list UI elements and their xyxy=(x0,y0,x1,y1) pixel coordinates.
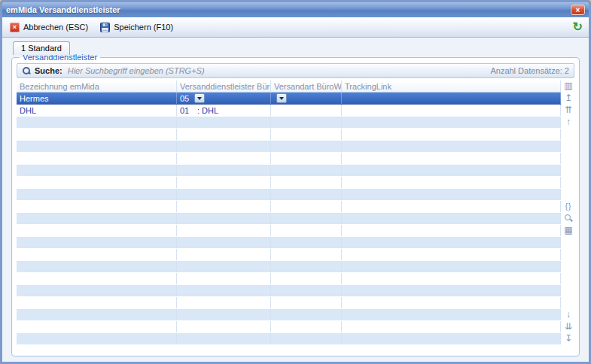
table-cell-empty xyxy=(342,213,561,224)
table-cell-empty xyxy=(271,237,342,248)
cancel-button[interactable]: × Abbrechen (ESC) xyxy=(6,20,95,35)
cell-dienstleister: 05 xyxy=(177,93,271,104)
column-header-dienstleister[interactable]: Versanddienstleister BüroWARE xyxy=(177,80,271,92)
search-input[interactable] xyxy=(66,65,487,76)
page-up-icon[interactable]: ⇈ xyxy=(563,105,574,115)
table-cell-empty xyxy=(271,177,342,188)
table-row-empty[interactable] xyxy=(17,153,561,165)
titlebar[interactable]: emMida Versanddienstleister × xyxy=(2,2,589,17)
table-cell-empty xyxy=(177,213,271,224)
search-icon xyxy=(22,66,31,75)
table-cell-empty xyxy=(177,273,271,284)
table-cell-empty xyxy=(17,189,177,200)
table-cell-empty xyxy=(342,285,561,296)
table-row-empty[interactable] xyxy=(17,333,561,345)
table-row-empty[interactable] xyxy=(17,225,561,237)
table-cell-empty xyxy=(177,249,271,260)
table-cell-empty xyxy=(177,261,271,272)
table-cell-empty xyxy=(177,129,271,140)
table-row-empty[interactable] xyxy=(17,165,561,177)
table-row-empty[interactable] xyxy=(17,189,561,201)
table-row-hermes[interactable]: Hermes 05 xyxy=(17,93,561,105)
save-button-label: Speichern (F10) xyxy=(114,23,173,32)
table-cell-empty xyxy=(177,201,271,212)
table-row-empty[interactable] xyxy=(17,249,561,261)
table-row-empty[interactable] xyxy=(17,117,561,129)
column-header-bezeichnung[interactable]: Bezeichnung emMida xyxy=(17,80,177,92)
window-title: emMida Versanddienstleister xyxy=(6,5,571,14)
table-cell-empty xyxy=(17,249,177,260)
dienstleister-name: : DHL xyxy=(197,106,218,115)
side-toolbar-top-group: ▥↥⇈↑ xyxy=(563,80,574,127)
table-cell-empty xyxy=(17,309,177,320)
table-cell-empty xyxy=(342,165,561,176)
zoom-icon[interactable] xyxy=(563,213,574,223)
table-row-empty[interactable] xyxy=(17,285,561,297)
table-cell-empty xyxy=(17,333,177,344)
table-cell-empty xyxy=(17,225,177,236)
close-button[interactable]: × xyxy=(571,5,585,15)
table-cell-empty xyxy=(342,117,561,128)
table-cell-empty xyxy=(17,177,177,188)
table-cell-empty xyxy=(17,165,177,176)
table-row-empty[interactable] xyxy=(17,237,561,249)
dienstleister-dropdown[interactable] xyxy=(194,93,205,103)
table-cell-empty xyxy=(177,117,271,128)
table-row-empty[interactable] xyxy=(17,309,561,321)
scroll-top-icon[interactable]: ↥ xyxy=(563,93,574,103)
row-down-icon[interactable]: ↓ xyxy=(563,309,574,320)
table-cell-empty xyxy=(177,321,271,332)
table-row-empty[interactable] xyxy=(17,261,561,273)
table-row-empty[interactable] xyxy=(17,297,561,309)
table-cell-empty xyxy=(271,141,342,152)
table-cell-empty xyxy=(271,117,342,128)
cancel-button-label: Abbrechen (ESC) xyxy=(23,23,88,32)
search-label: Suche: xyxy=(35,66,62,75)
tab-standard[interactable]: 1 Standard xyxy=(13,41,70,55)
save-button[interactable]: Speichern (F10) xyxy=(96,20,180,35)
table-row-empty[interactable] xyxy=(17,321,561,333)
table-row-empty[interactable] xyxy=(17,141,561,153)
table-cell-empty xyxy=(342,321,561,332)
dienstleister-code: 01 xyxy=(180,106,192,115)
chevron-down-icon xyxy=(279,97,284,102)
side-toolbar-middle-group: {}▦ xyxy=(563,201,574,235)
table-cell-empty xyxy=(342,333,561,344)
cell-trackinglink xyxy=(342,105,561,116)
cell-versandart xyxy=(271,105,342,116)
save-icon xyxy=(100,23,110,32)
row-up-icon[interactable]: ↑ xyxy=(563,117,574,127)
table-row-empty[interactable] xyxy=(17,129,561,141)
table-cell-empty xyxy=(177,237,271,248)
table-cell-empty xyxy=(177,333,271,344)
data-grid: Bezeichnung emMida Versanddienstleister … xyxy=(17,80,561,345)
table-cell-empty xyxy=(17,129,177,140)
grid-header-row: Bezeichnung emMida Versanddienstleister … xyxy=(17,80,561,93)
table-cell-empty xyxy=(271,321,342,332)
brackets-icon[interactable]: {} xyxy=(563,201,574,211)
table-row-empty[interactable] xyxy=(17,213,561,225)
column-header-trackinglink[interactable]: TrackingLink xyxy=(342,80,561,92)
table-cell-empty xyxy=(271,249,342,260)
refresh-icon[interactable]: ↻ xyxy=(573,21,583,33)
table-cell-empty xyxy=(17,237,177,248)
table-row-empty[interactable] xyxy=(17,273,561,285)
table-cell-empty xyxy=(342,237,561,248)
versandart-dropdown[interactable] xyxy=(276,93,287,103)
table-row-empty[interactable] xyxy=(17,177,561,189)
column-header-versandart[interactable]: Versandart BüroWARE xyxy=(271,80,342,92)
column-chooser-icon[interactable]: ▥ xyxy=(563,80,574,91)
grid-icon[interactable]: ▦ xyxy=(563,225,574,235)
scroll-bottom-icon[interactable]: ↧ xyxy=(563,333,574,344)
page-down-icon[interactable]: ⇊ xyxy=(563,321,574,332)
table-cell-empty xyxy=(271,273,342,284)
table-cell-empty xyxy=(177,285,271,296)
table-row-empty[interactable] xyxy=(17,201,561,213)
table-cell-empty xyxy=(271,297,342,308)
table-cell-empty xyxy=(342,201,561,212)
table-cell-empty xyxy=(17,201,177,212)
dienstleister-code: 05 xyxy=(180,94,192,103)
table-row-dhl[interactable]: DHL 01 : DHL xyxy=(17,105,561,117)
table-cell-empty xyxy=(271,261,342,272)
table-cell-empty xyxy=(17,141,177,152)
